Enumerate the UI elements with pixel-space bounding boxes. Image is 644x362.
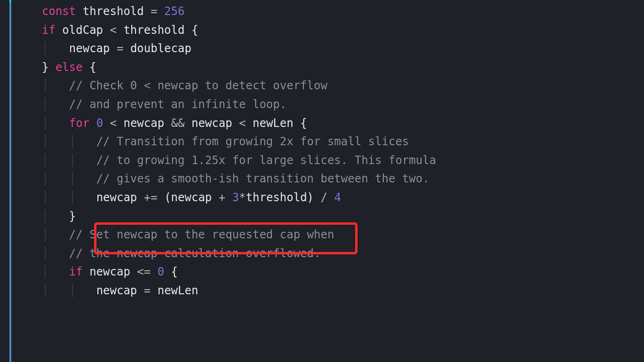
token-op: / xyxy=(321,191,327,204)
token-punc: { xyxy=(191,24,198,37)
token-op: < xyxy=(110,24,117,37)
token-ident: newcap xyxy=(171,191,212,204)
token-kw: const xyxy=(42,5,76,18)
token-punc: } xyxy=(42,61,48,74)
code-line[interactable]: │ │ newcap = newLen xyxy=(16,282,644,300)
token-punc: { xyxy=(171,265,178,278)
code-line[interactable]: │ for 0 < newcap && newcap < newLen { xyxy=(16,114,644,133)
token-kw: else xyxy=(56,61,83,74)
token-ident: threshold xyxy=(123,24,184,37)
code-line[interactable]: } else { xyxy=(16,58,644,77)
token-kw: for xyxy=(69,117,89,130)
token-kw: if xyxy=(69,265,83,278)
token-cmt: // Transition from growing 2x for small … xyxy=(96,135,409,148)
token-ident: threshold xyxy=(246,191,307,204)
token-punc: } xyxy=(69,210,76,223)
code-line[interactable]: │ │ newcap += (newcap + 3*threshold) / 4 xyxy=(16,189,644,207)
token-cmt: // Check 0 < newcap to detect overflow xyxy=(69,79,327,92)
token-ident: newcap xyxy=(96,284,137,297)
code-line[interactable]: if oldCap < threshold { xyxy=(16,21,644,40)
token-ident: newcap xyxy=(89,265,130,278)
token-op: = xyxy=(144,284,151,297)
token-punc: { xyxy=(300,117,307,130)
code-line[interactable]: │ if newcap <= 0 { xyxy=(16,263,644,282)
code-line[interactable]: │ newcap = doublecap xyxy=(16,39,644,58)
code-line[interactable]: const threshold = 256 xyxy=(16,2,644,21)
token-num: 256 xyxy=(164,5,184,18)
token-op: * xyxy=(239,191,246,204)
token-num: 0 xyxy=(158,265,164,278)
token-ident: newcap xyxy=(123,117,164,130)
token-ident: newLen xyxy=(253,117,294,130)
code-line[interactable]: │ // Set newcap to the requested cap whe… xyxy=(16,226,644,244)
token-cmt: // to growing 1.25x for large slices. Th… xyxy=(96,154,436,167)
token-cmt: // and prevent an infinite loop. xyxy=(69,98,286,111)
token-num: 3 xyxy=(232,191,239,204)
token-punc: { xyxy=(89,61,96,74)
code-line[interactable]: │ │ // to growing 1.25x for large slices… xyxy=(16,151,644,170)
token-ident: newcap xyxy=(96,191,137,204)
code-line[interactable]: │ } xyxy=(16,207,644,226)
token-cmt: // gives a smooth-ish transition between… xyxy=(96,172,429,185)
token-op: <= xyxy=(137,265,151,278)
token-ident: doublecap xyxy=(130,42,191,55)
token-ident: newcap xyxy=(69,42,110,55)
code-line[interactable]: │ // Check 0 < newcap to detect overflow xyxy=(16,77,644,95)
token-op: = xyxy=(151,5,157,18)
token-ident: newLen xyxy=(158,284,199,297)
token-kw: if xyxy=(42,24,56,37)
editor-gutter xyxy=(9,0,11,362)
token-punc: ) xyxy=(307,191,314,204)
token-op: < xyxy=(239,117,246,130)
token-op: && xyxy=(171,117,185,130)
token-num: 0 xyxy=(96,117,103,130)
code-line[interactable]: │ │ // gives a smooth-ish transition bet… xyxy=(16,170,644,189)
token-op: = xyxy=(117,42,123,55)
token-ident: newcap xyxy=(191,117,232,130)
code-line[interactable]: │ // and prevent an infinite loop. xyxy=(16,95,644,114)
code-line[interactable]: │ // the newcap calculation overflowed. xyxy=(16,244,644,263)
code-line[interactable]: │ │ // Transition from growing 2x for sm… xyxy=(16,133,644,151)
code-editor[interactable]: const threshold = 256if oldCap < thresho… xyxy=(16,0,644,300)
token-op: += xyxy=(144,191,158,204)
token-ident: threshold xyxy=(83,5,144,18)
token-op: < xyxy=(110,117,117,130)
token-cmt: // the newcap calculation overflowed. xyxy=(69,247,321,260)
token-cmt: // Set newcap to the requested cap when xyxy=(69,228,334,241)
token-punc: ( xyxy=(164,191,171,204)
token-num: 4 xyxy=(334,191,341,204)
token-op: + xyxy=(219,191,225,204)
token-ident: oldCap xyxy=(62,24,103,37)
